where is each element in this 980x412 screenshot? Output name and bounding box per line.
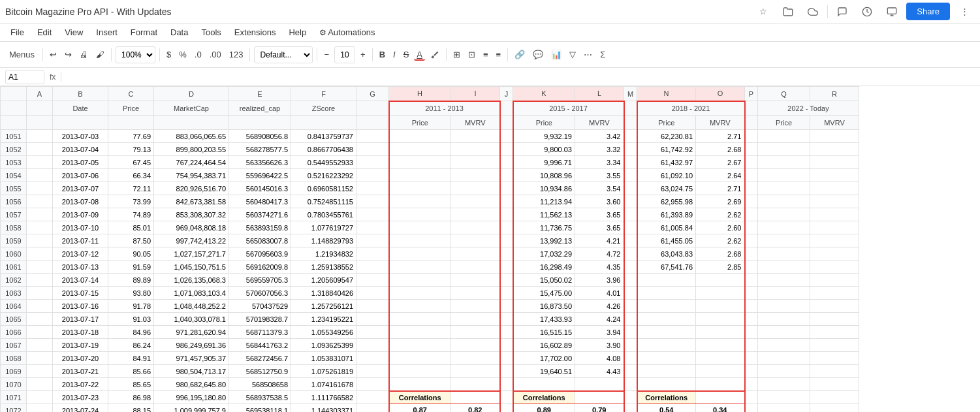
cell-mvrv-2011[interactable] (451, 182, 500, 195)
cell-p[interactable] (745, 352, 758, 365)
cell-price-2018[interactable]: 61,455.05 (637, 234, 696, 247)
cell-mvrv-2022[interactable] (810, 287, 859, 300)
cell-mvrv-2018[interactable]: 2.69 (696, 195, 745, 208)
cell-mvrv-2022[interactable] (810, 365, 859, 378)
cell-price[interactable]: 72.11 (108, 182, 154, 195)
cell-price-2015[interactable]: 11,213.94 (513, 195, 575, 208)
cell-p[interactable] (745, 143, 758, 156)
cell-price-2011[interactable] (389, 169, 451, 182)
cell-mvrv-2018[interactable]: 2.64 (696, 169, 745, 182)
cell-p[interactable] (745, 247, 758, 261)
cell-zscore[interactable]: 1.111766582 (291, 391, 356, 404)
cell-zscore[interactable]: 0.6960581152 (291, 182, 356, 195)
cell-mvrv-2011[interactable] (451, 143, 500, 156)
cell-mvrv-2015[interactable]: 4.72 (575, 247, 624, 261)
col-N[interactable]: N (637, 87, 696, 101)
cell-g[interactable] (356, 391, 389, 404)
cell-mvrv-2018[interactable] (696, 287, 745, 300)
cell-price[interactable]: 79.13 (108, 143, 154, 156)
cell-price-2011[interactable] (389, 247, 451, 261)
cell-price-2011[interactable] (389, 326, 451, 339)
font-decrease-button[interactable]: − (321, 48, 332, 61)
cell-price-2018[interactable]: 62,955.98 (637, 195, 696, 208)
cell-zscore[interactable]: 1.077619727 (291, 221, 356, 234)
cell-p[interactable] (745, 391, 758, 404)
cell-g[interactable] (356, 378, 389, 391)
table-row[interactable]: 10632013-07-1593.801,071,083,103.4570607… (1, 287, 859, 300)
cell-realized-cap[interactable]: 559696422.5 (229, 169, 291, 182)
cell-price-2018[interactable] (637, 378, 696, 391)
table-row[interactable]: 10642013-07-1691.781,048,448,252.2570437… (1, 300, 859, 313)
col-R[interactable]: R (810, 87, 859, 101)
cell-price-2015[interactable]: 17,702.00 (513, 352, 575, 365)
filter-button[interactable]: ▽ (567, 48, 578, 61)
cell-price-2015[interactable]: 17,032.29 (513, 247, 575, 261)
cell-date[interactable]: 2013-07-06 (53, 169, 108, 182)
cell-mvrv-2022[interactable] (810, 352, 859, 365)
cell-m[interactable] (624, 339, 637, 352)
cell-a[interactable] (27, 208, 53, 221)
cell-mvrv-2018[interactable] (696, 378, 745, 391)
cell-date[interactable]: 2013-07-12 (53, 247, 108, 261)
cell-m[interactable] (624, 156, 637, 169)
cell-price-2015[interactable]: 16,602.89 (513, 339, 575, 352)
cell-price-2015[interactable]: 19,640.51 (513, 365, 575, 378)
cell-realized-cap[interactable]: 569538118.1 (229, 404, 291, 413)
cell-m[interactable] (624, 313, 637, 326)
cell-mvrv-2018[interactable]: 2.67 (696, 156, 745, 169)
cell-marketcap[interactable]: 980,682,645.80 (154, 378, 229, 391)
cell-realized-cap[interactable]: 565083007.8 (229, 234, 291, 247)
cell-date[interactable]: 2013-07-19 (53, 339, 108, 352)
table-row[interactable]: 10582013-07-1085.01969,048,808.185638931… (1, 221, 859, 234)
cell-marketcap[interactable]: 842,673,381.58 (154, 195, 229, 208)
cell-marketcap[interactable]: 986,249,691.36 (154, 339, 229, 352)
cell-g[interactable] (356, 404, 389, 413)
cell-mvrv-2022[interactable] (810, 326, 859, 339)
cell-date[interactable]: 2013-07-18 (53, 326, 108, 339)
decimal-increase-button[interactable]: .00 (207, 48, 224, 61)
cell-zscore[interactable]: 1.318840426 (291, 287, 356, 300)
cell-price-2022[interactable] (758, 221, 810, 234)
col-G[interactable]: G (356, 87, 389, 101)
col-B[interactable]: B (53, 87, 108, 101)
cell-date[interactable]: 2013-07-20 (53, 352, 108, 365)
cell-price-2018[interactable]: 62,230.81 (637, 130, 696, 143)
format123-button[interactable]: 123 (227, 48, 246, 61)
cell-date[interactable]: 2013-07-17 (53, 313, 108, 326)
cell-mvrv-2011[interactable] (451, 221, 500, 234)
cell-m[interactable] (624, 169, 637, 182)
cell-price-2022[interactable] (758, 287, 810, 300)
cell-m[interactable] (624, 274, 637, 287)
menu-data[interactable]: Data (165, 26, 193, 39)
cell-price[interactable]: 91.03 (108, 313, 154, 326)
table-row[interactable]: 10682013-07-2084.91971,457,905.375682724… (1, 352, 859, 365)
cell-zscore[interactable]: 0.8667706438 (291, 143, 356, 156)
cell-date[interactable]: 2013-07-16 (53, 300, 108, 313)
cell-zscore[interactable]: 0.7803455761 (291, 208, 356, 221)
cell-marketcap[interactable]: 1,071,083,103.4 (154, 287, 229, 300)
cell-marketcap[interactable]: 1,009,999,757.9 (154, 404, 229, 413)
cell-price-2022[interactable] (758, 300, 810, 313)
cell-price-2022[interactable] (758, 143, 810, 156)
cell-corr-label-2[interactable]: Correlations (513, 391, 575, 404)
cell-price-2022[interactable] (758, 365, 810, 378)
cell-realized-cap[interactable]: 568512750.9 (229, 365, 291, 378)
cell-j[interactable] (500, 300, 513, 313)
cell-realized-cap[interactable]: 570198328.7 (229, 313, 291, 326)
cell-a[interactable] (27, 169, 53, 182)
table-row[interactable]: 10712013-07-2386.98996,195,180.805689375… (1, 391, 859, 404)
cell-q[interactable] (758, 404, 810, 413)
cell-price-2022[interactable] (758, 352, 810, 365)
cell-mvrv-2022[interactable] (810, 169, 859, 182)
cell-p[interactable] (745, 234, 758, 247)
history-icon[interactable] (857, 1, 877, 22)
cell-price-2018[interactable] (637, 352, 696, 365)
cell-mvrv-2011[interactable] (451, 195, 500, 208)
cell-corr-val-3b[interactable]: 0.34 (696, 404, 745, 413)
cell-price-2011[interactable] (389, 182, 451, 195)
table-row[interactable]: 10602013-07-1290.051,027,157,271.7567095… (1, 247, 859, 261)
insert-link-button[interactable]: 🔗 (512, 48, 528, 61)
paint-format-button[interactable]: 🖌 (93, 48, 107, 61)
menus-button[interactable]: Menus (5, 48, 39, 61)
cell-a[interactable] (27, 247, 53, 261)
